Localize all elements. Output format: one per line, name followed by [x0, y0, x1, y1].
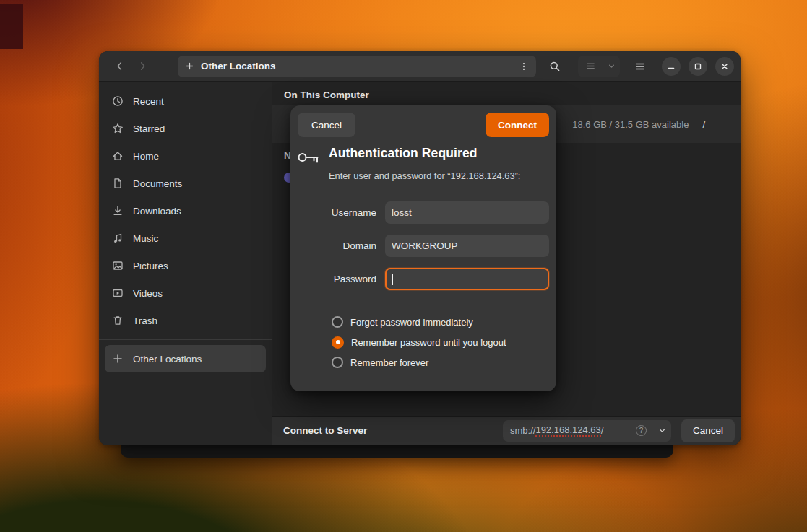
headerbar: Other Locations: [99, 51, 741, 82]
plus-icon: [185, 61, 194, 71]
home-icon: [112, 150, 124, 162]
download-icon: [112, 205, 124, 217]
window-controls: [662, 57, 734, 76]
password-row: Password: [290, 268, 556, 290]
sidebar-item-label: Recent: [133, 96, 164, 107]
radio-label: Forget password immediately: [350, 317, 473, 328]
trash-icon: [112, 315, 124, 326]
recent-servers-dropdown[interactable]: [652, 420, 671, 442]
radio-button[interactable]: [332, 357, 343, 368]
radio-label: Remember forever: [350, 357, 428, 368]
dialog-title-row: Authentication Required Enter user and p…: [290, 144, 556, 181]
domain-label: Domain: [290, 240, 376, 251]
picture-icon: [112, 260, 124, 271]
password-retention-options: Forget password immediately Remember pas…: [290, 312, 556, 372]
radio-forget-immediately[interactable]: Forget password immediately: [332, 312, 556, 332]
dialog-title: Authentication Required: [329, 146, 520, 161]
sidebar-item-label: Trash: [133, 315, 157, 326]
connect-to-server-label: Connect to Server: [278, 425, 367, 436]
path-label: Other Locations: [201, 61, 276, 71]
footer-cancel-button[interactable]: Cancel: [681, 419, 735, 442]
sidebar-item-trash[interactable]: Trash: [105, 307, 266, 334]
credentials-form: Username losst Domain WORKGROUP Password: [290, 201, 556, 290]
connect-to-server-bar: Connect to Server smb://192.168.124.63/ …: [272, 416, 741, 445]
search-icon: [549, 61, 561, 72]
sidebar-item-videos[interactable]: Videos: [105, 279, 266, 307]
sidebar-item-label: Downloads: [133, 206, 181, 217]
sidebar-item-home[interactable]: Home: [105, 142, 266, 170]
dialog-header: Cancel Connect: [290, 105, 556, 144]
main-menu-button[interactable]: [629, 55, 652, 78]
sidebar-item-other-locations[interactable]: Other Locations: [105, 345, 266, 372]
sidebar-item-label: Starred: [133, 123, 165, 134]
star-icon: [112, 123, 124, 134]
server-address-scheme: smb://: [510, 425, 535, 436]
music-note-icon: [112, 232, 124, 244]
domain-value: WORKGROUP: [392, 240, 458, 251]
disk-usage-text: 18.6 GB / 31.5 GB available: [572, 119, 689, 130]
authentication-dialog: Cancel Connect Authentication Required E…: [290, 105, 556, 391]
username-label: Username: [290, 207, 376, 218]
wallpaper-shape: [0, 4, 23, 49]
dialog-subtitle: Enter user and password for “192.168.124…: [329, 170, 520, 181]
help-icon[interactable]: [636, 425, 647, 436]
hamburger-menu-icon: [634, 61, 646, 72]
back-button[interactable]: [110, 57, 129, 76]
radio-button[interactable]: [332, 336, 344, 349]
sidebar-item-downloads[interactable]: Downloads: [105, 197, 266, 224]
key-icon: [296, 149, 319, 181]
maximize-button[interactable]: [689, 57, 707, 76]
dialog-title-text: Authentication Required Enter user and p…: [329, 146, 520, 181]
chevron-down-icon: [657, 426, 667, 435]
password-label: Password: [290, 274, 376, 284]
text-caret: [392, 274, 393, 285]
server-address-host: 192.168.124.63: [535, 424, 600, 437]
sidebar-item-starred[interactable]: Starred: [105, 115, 266, 142]
forward-button[interactable]: [133, 57, 152, 76]
radio-button[interactable]: [332, 316, 343, 328]
list-view-icon: [585, 61, 596, 71]
chevron-right-icon: [137, 61, 148, 71]
clock-icon: [112, 95, 124, 107]
sidebar-item-label: Music: [133, 233, 158, 244]
server-address-input[interactable]: smb://192.168.124.63/: [503, 420, 671, 442]
disk-mount-point: /: [702, 119, 705, 130]
close-button[interactable]: [715, 57, 734, 76]
server-address-slash: /: [601, 425, 604, 436]
path-bar[interactable]: Other Locations: [178, 56, 536, 77]
radio-label: Remember password until you logout: [351, 337, 506, 348]
minimize-icon: [667, 62, 676, 71]
username-value: losst: [392, 207, 412, 218]
sidebar-item-label: Pictures: [133, 261, 168, 271]
domain-field[interactable]: WORKGROUP: [385, 235, 549, 257]
vertical-dots-icon: [519, 61, 529, 71]
sidebar-item-recent[interactable]: Recent: [105, 87, 266, 115]
path-menu-button[interactable]: [514, 57, 533, 76]
view-options-dropdown[interactable]: [603, 56, 620, 77]
search-button[interactable]: [543, 55, 566, 78]
close-icon: [720, 62, 729, 71]
password-field[interactable]: [385, 268, 549, 290]
sidebar-item-documents[interactable]: Documents: [105, 170, 266, 197]
plus-icon: [112, 353, 124, 365]
sidebar-item-music[interactable]: Music: [105, 224, 266, 252]
radio-remember-forever[interactable]: Remember forever: [332, 352, 556, 372]
on-this-computer-title: On This Computer: [272, 82, 741, 105]
document-icon: [112, 178, 124, 189]
sidebar-item-pictures[interactable]: Pictures: [105, 252, 266, 279]
chevron-down-icon: [607, 61, 616, 71]
dialog-connect-button[interactable]: Connect: [486, 113, 549, 137]
minimize-button[interactable]: [662, 57, 681, 76]
sidebar-divider: [99, 339, 272, 340]
sidebar-item-label: Home: [133, 151, 159, 162]
sidebar-item-label: Other Locations: [133, 354, 202, 365]
username-field[interactable]: losst: [385, 201, 549, 224]
radio-remember-until-logout[interactable]: Remember password until you logout: [332, 332, 556, 352]
sidebar: Recent Starred Home Documents: [99, 82, 272, 445]
username-row: Username losst: [290, 201, 556, 224]
list-view-button[interactable]: [578, 56, 603, 77]
view-switcher: [578, 56, 620, 77]
sidebar-item-label: Documents: [133, 178, 182, 189]
maximize-icon: [694, 62, 702, 71]
dialog-cancel-button[interactable]: Cancel: [298, 113, 355, 137]
